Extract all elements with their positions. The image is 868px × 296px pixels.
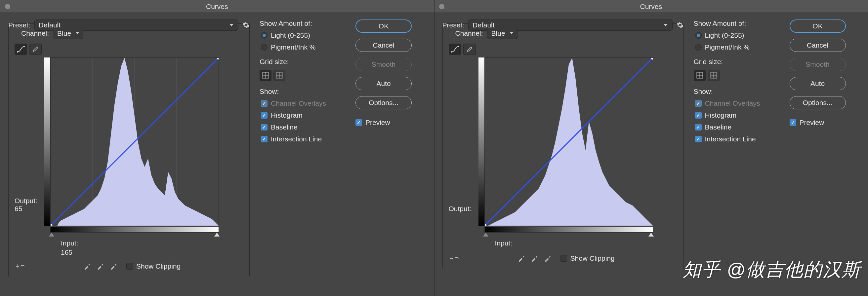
svg-line-3 <box>51 58 219 226</box>
targeted-adjustment-icon[interactable] <box>14 262 26 271</box>
show-amount-label: Show Amount of: <box>694 20 780 27</box>
show-clipping-checkbox[interactable]: Show Clipping <box>126 262 181 270</box>
window-title: Curves <box>640 3 662 10</box>
smooth-button: Smooth <box>789 58 846 71</box>
curves-dialog-left: Curves Preset: Default Channel: Blue <box>0 0 434 296</box>
input-label: Input: <box>495 239 678 247</box>
output-value: 65 <box>14 205 44 213</box>
black-eyedropper-icon[interactable] <box>518 254 526 263</box>
baseline-checkbox[interactable]: Baseline <box>261 123 345 131</box>
grid-small-button[interactable] <box>708 70 719 81</box>
window-title: Curves <box>206 3 228 10</box>
show-label: Show: <box>259 88 345 96</box>
white-point-slider[interactable] <box>214 233 220 236</box>
window-control-dot[interactable] <box>5 4 10 9</box>
white-eyedropper-icon[interactable] <box>544 254 553 263</box>
pencil-tool-button[interactable] <box>463 43 476 55</box>
grid-large-button[interactable] <box>694 70 706 81</box>
curve-graph[interactable] <box>50 58 219 226</box>
options-button[interactable]: Options... <box>355 96 412 109</box>
channel-overlays-checkbox: Channel Overlays <box>695 99 780 107</box>
vertical-gradient <box>478 58 485 226</box>
pigment-radio[interactable]: Pigment/Ink % <box>261 43 345 51</box>
show-clipping-checkbox[interactable]: Show Clipping <box>560 254 615 262</box>
gear-icon[interactable] <box>242 22 250 29</box>
histogram-checkbox[interactable]: Histogram <box>695 111 780 119</box>
preview-checkbox[interactable]: Preview <box>789 119 849 127</box>
svg-point-17 <box>458 46 459 47</box>
curve-line-icon <box>51 58 219 226</box>
output-label: Output: <box>449 205 478 213</box>
horizontal-gradient <box>485 227 653 233</box>
black-point-slider[interactable] <box>483 233 488 236</box>
input-label: Input: <box>61 239 243 247</box>
vertical-gradient <box>44 58 50 226</box>
horizontal-gradient <box>50 227 219 233</box>
gear-icon[interactable] <box>677 22 684 29</box>
svg-point-0 <box>17 51 18 53</box>
light-radio[interactable]: Light (0-255) <box>261 31 345 39</box>
window-control-dot[interactable] <box>439 4 444 9</box>
histogram-checkbox[interactable]: Histogram <box>261 111 345 119</box>
grid-size-label: Grid size: <box>259 58 345 66</box>
show-amount-label: Show Amount of: <box>259 20 345 27</box>
curve-graph[interactable] <box>485 58 653 226</box>
preset-label: Preset: <box>442 21 465 29</box>
curve-tool-button[interactable] <box>14 43 27 55</box>
input-value: 165 <box>61 249 243 256</box>
baseline-checkbox[interactable]: Baseline <box>695 123 780 131</box>
cancel-button[interactable]: Cancel <box>355 39 412 52</box>
titlebar[interactable]: Curves <box>0 0 434 13</box>
preview-checkbox[interactable]: Preview <box>355 119 415 127</box>
curves-main-box: Channel: Blue Output: 65 <box>8 24 250 277</box>
options-button[interactable]: Options... <box>789 96 846 109</box>
grid-size-label: Grid size: <box>694 58 780 66</box>
light-radio[interactable]: Light (0-255) <box>695 31 780 39</box>
cancel-button[interactable]: Cancel <box>789 39 846 52</box>
pigment-radio[interactable]: Pigment/Ink % <box>695 43 780 51</box>
channel-select[interactable]: Blue <box>487 28 518 39</box>
grid-large-button[interactable] <box>259 70 272 81</box>
svg-line-19 <box>485 58 653 226</box>
preset-label: Preset: <box>8 21 30 29</box>
gray-eyedropper-icon[interactable] <box>97 262 105 270</box>
intersection-checkbox[interactable]: Intersection Line <box>261 135 345 143</box>
curve-line-icon <box>485 58 653 226</box>
show-label: Show: <box>694 88 780 96</box>
black-eyedropper-icon[interactable] <box>83 262 92 270</box>
gray-eyedropper-icon[interactable] <box>531 254 539 263</box>
ok-button[interactable]: OK <box>355 20 412 33</box>
ok-button[interactable]: OK <box>789 20 846 33</box>
channel-select[interactable]: Blue <box>53 28 83 39</box>
svg-point-16 <box>451 51 452 53</box>
black-point-slider[interactable] <box>49 233 54 236</box>
curves-dialog-right: Curves Preset: Default Channel: Blue <box>434 0 868 296</box>
auto-button[interactable]: Auto <box>789 77 846 90</box>
output-label: Output: <box>14 197 44 205</box>
pencil-tool-button[interactable] <box>29 43 42 55</box>
curves-main-box: Channel: Blue Output: <box>442 24 684 269</box>
channel-overlays-checkbox: Channel Overlays <box>261 99 345 107</box>
white-eyedropper-icon[interactable] <box>110 262 118 270</box>
titlebar[interactable]: Curves <box>434 0 868 13</box>
smooth-button: Smooth <box>355 58 412 71</box>
intersection-checkbox[interactable]: Intersection Line <box>695 135 780 143</box>
auto-button[interactable]: Auto <box>355 77 412 90</box>
targeted-adjustment-icon[interactable] <box>449 254 460 263</box>
curve-tool-button[interactable] <box>449 43 461 55</box>
svg-point-1 <box>24 46 25 47</box>
white-point-slider[interactable] <box>648 233 654 236</box>
grid-small-button[interactable] <box>274 70 285 81</box>
